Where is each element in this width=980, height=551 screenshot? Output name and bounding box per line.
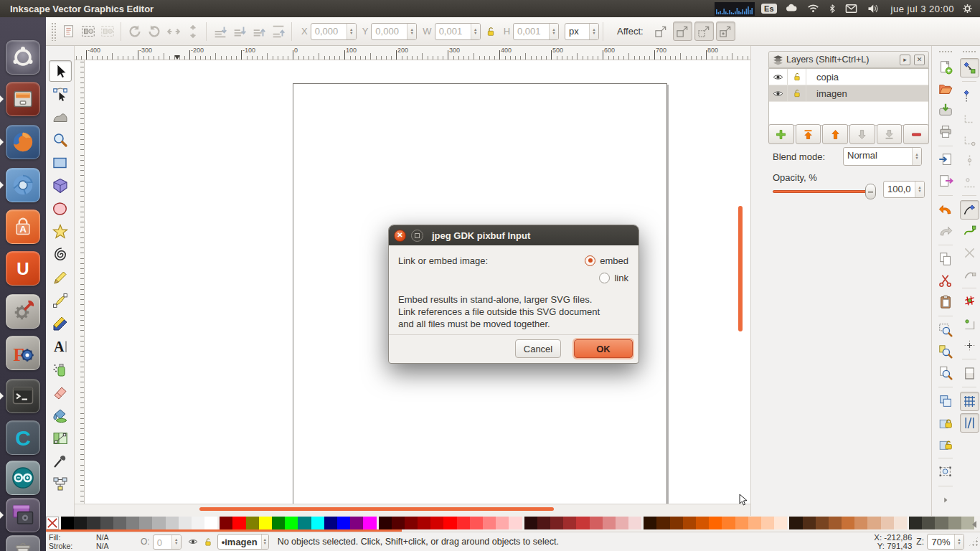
color-swatch[interactable] [220, 517, 232, 529]
flip-horizontal-button[interactable] [164, 22, 183, 41]
snap-bbox-edge-midpoints-button[interactable] [960, 151, 979, 170]
edit-selection-button[interactable] [936, 463, 956, 482]
color-swatch[interactable] [152, 517, 165, 529]
lower-bottom-button[interactable] [210, 22, 230, 41]
snap-bbox-corners-button[interactable] [960, 129, 979, 149]
raise-button[interactable] [249, 22, 268, 41]
tool-pencil[interactable] [49, 267, 72, 288]
color-swatch[interactable] [670, 517, 683, 529]
select-all-button[interactable] [78, 22, 98, 41]
bluetooth-icon[interactable] [827, 2, 837, 15]
launcher-item-chromium[interactable] [6, 168, 40, 202]
export-bitmap-button[interactable] [936, 172, 956, 192]
color-swatch[interactable] [324, 517, 337, 529]
color-swatch[interactable] [179, 517, 192, 529]
palette-scroll-left-icon[interactable] [972, 521, 976, 528]
color-swatch[interactable] [113, 517, 126, 529]
color-swatch[interactable] [204, 517, 217, 529]
opacity-slider-handle[interactable] [865, 184, 876, 199]
tool-calligraphy[interactable] [49, 313, 72, 334]
color-swatch[interactable] [854, 517, 867, 529]
launcher-item-freecad[interactable]: F [6, 336, 40, 370]
layer-visibility-cell[interactable] [769, 85, 788, 101]
swatch-none[interactable] [46, 517, 59, 529]
snap-enable-button[interactable] [960, 58, 979, 77]
color-swatch[interactable] [509, 517, 522, 529]
color-swatch[interactable] [74, 517, 87, 529]
color-swatch[interactable] [443, 517, 456, 529]
color-swatch[interactable] [405, 517, 418, 529]
zoom-page-button[interactable] [936, 364, 956, 383]
layer-visibility-icon[interactable] [187, 537, 199, 547]
color-swatch[interactable] [430, 517, 443, 529]
fill-stroke-indicator[interactable]: Fill:N/A Stroke:N/A [49, 533, 141, 550]
duplicate-button[interactable] [936, 392, 956, 411]
color-swatch[interactable] [761, 517, 774, 529]
color-swatch[interactable] [803, 517, 816, 529]
color-swatch[interactable] [246, 517, 259, 529]
color-swatch[interactable] [644, 517, 656, 529]
color-swatch[interactable] [576, 517, 589, 529]
field-w[interactable]: 0,001▲▼ [435, 23, 481, 40]
horizontal-ruler[interactable]: -400-300-200-100010020030040050060070080… [75, 46, 750, 60]
color-swatch[interactable] [337, 517, 350, 529]
snap-page-border-button[interactable] [960, 364, 979, 383]
flip-vertical-button[interactable] [183, 22, 202, 41]
dialog-close-button[interactable]: ✕ [394, 230, 406, 242]
launcher-item-trash[interactable] [6, 535, 40, 551]
color-swatch[interactable] [311, 517, 324, 529]
color-swatch[interactable] [590, 517, 603, 529]
toolbar-grip[interactable] [962, 50, 976, 54]
undo-button[interactable] [936, 200, 956, 220]
color-swatch[interactable] [909, 517, 922, 529]
layer-lock-cell[interactable] [788, 85, 806, 101]
color-swatch[interactable] [100, 517, 113, 529]
color-swatch[interactable] [881, 517, 894, 529]
color-swatch[interactable] [709, 517, 722, 529]
snap-bbox-edges-button[interactable] [960, 108, 979, 127]
color-swatch[interactable] [842, 517, 854, 529]
tool-paint-bucket[interactable] [49, 405, 72, 426]
color-swatch[interactable] [524, 517, 537, 529]
color-swatch[interactable] [774, 517, 787, 529]
zoom-selection-button[interactable] [936, 321, 956, 340]
tool-spiral[interactable] [49, 244, 72, 265]
color-swatch[interactable] [363, 517, 376, 529]
unlock-object-button[interactable] [936, 435, 956, 454]
affect-transform-gradients-button[interactable] [673, 22, 692, 41]
system-monitor-icon[interactable] [715, 2, 755, 16]
snap-object-centers-button[interactable] [960, 314, 979, 334]
tool-bezier-pen[interactable] [49, 290, 72, 311]
launcher-item-file-manager[interactable] [6, 82, 40, 116]
opacity-slider[interactable] [773, 189, 875, 194]
color-swatch[interactable] [722, 517, 735, 529]
color-swatch[interactable] [298, 517, 311, 529]
opacity-spinbox[interactable]: 100,0▲▼ [883, 181, 925, 198]
color-swatch[interactable] [656, 517, 669, 529]
current-layer-select[interactable]: •imagen▲▼ [217, 534, 269, 550]
color-swatch[interactable] [61, 517, 74, 529]
color-swatch[interactable] [457, 517, 470, 529]
color-swatch[interactable] [139, 517, 152, 529]
layer-row-copia[interactable]: copia [769, 69, 928, 85]
color-swatch[interactable] [537, 517, 550, 529]
affect-transform-corners-button[interactable] [716, 22, 735, 41]
launcher-item-ubuntu-dash[interactable] [6, 40, 40, 75]
launcher-item-ubuntu-one[interactable]: U [6, 251, 40, 286]
redo-button[interactable] [936, 222, 956, 241]
color-swatch[interactable] [616, 517, 628, 529]
color-swatch[interactable] [789, 517, 802, 529]
lock-object-button[interactable] [936, 413, 956, 433]
panel-iconify-button[interactable]: ▸ [900, 55, 910, 65]
color-swatch[interactable] [816, 517, 829, 529]
snap-rotation-centers-button[interactable] [960, 336, 979, 355]
launcher-item-c-app[interactable]: C [6, 420, 40, 455]
color-swatch[interactable] [867, 517, 880, 529]
launcher-item-window-stack[interactable] [6, 498, 40, 532]
blend-mode-select[interactable]: Normal▲▼ [843, 147, 922, 166]
color-swatch[interactable] [392, 517, 405, 529]
color-swatch[interactable] [470, 517, 483, 529]
document-properties-button[interactable] [59, 22, 78, 41]
rotate-ccw-button[interactable] [125, 22, 144, 41]
snap-line-midpoints-button[interactable] [960, 293, 979, 312]
